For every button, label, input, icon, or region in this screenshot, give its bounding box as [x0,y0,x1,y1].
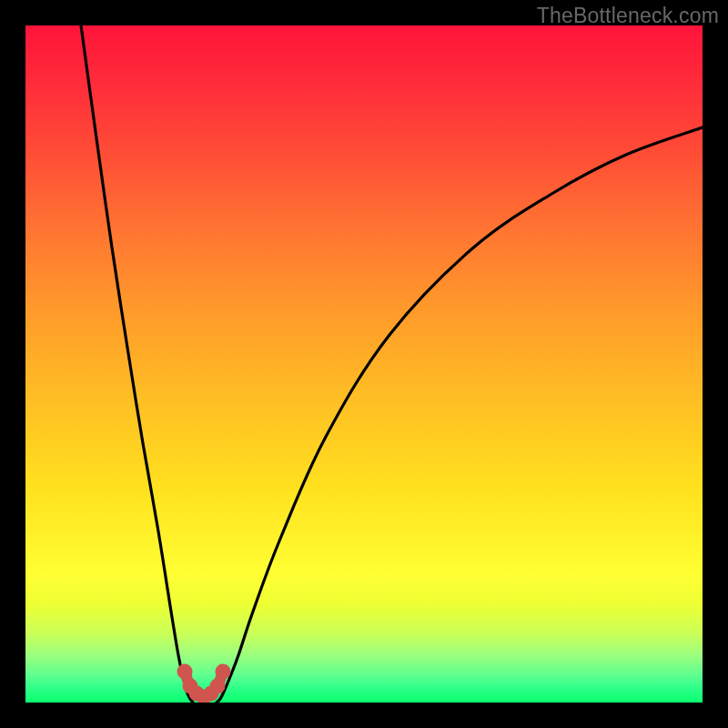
marker-dot-5 [210,679,226,694]
chart-svg [25,25,703,703]
curve-right-curve [217,127,703,703]
plot-area [25,25,703,703]
marker-dot-0 [177,664,193,680]
watermark-text: TheBottleneck.com [537,4,719,28]
marker-dot-6 [216,664,231,680]
chart-frame: TheBottleneck.com [0,0,728,728]
curve-left-curve [81,25,193,703]
